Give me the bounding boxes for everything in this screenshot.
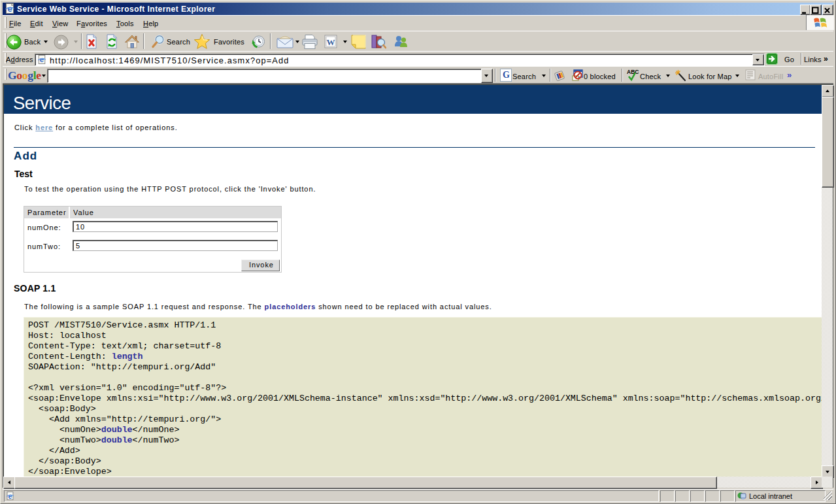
svg-text:e: e — [40, 56, 44, 63]
svg-text:W: W — [327, 37, 335, 47]
svg-text:e: e — [7, 4, 12, 14]
svg-text:e: e — [8, 492, 12, 500]
svg-text:ABC: ABC — [627, 69, 639, 75]
